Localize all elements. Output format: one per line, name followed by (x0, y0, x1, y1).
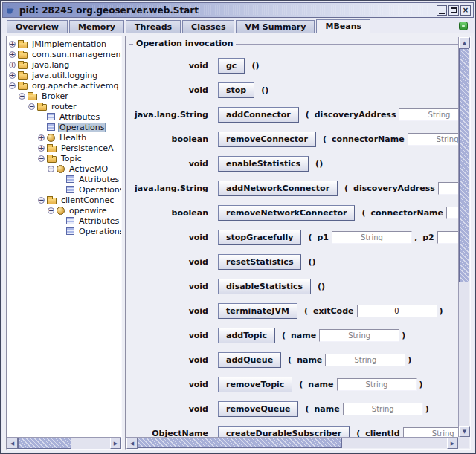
param-input-connectorName[interactable] (446, 207, 458, 219)
operation-button-addTopic[interactable]: addTopic (218, 328, 275, 343)
empty-parens-label: () (251, 61, 259, 71)
scroll-right-button[interactable]: ▶ (110, 438, 121, 449)
operation-button-stopGracefully[interactable]: stopGracefully (218, 230, 301, 245)
operation-button-addNetworkConnector[interactable]: addNetworkConnector (218, 181, 338, 196)
expand-toggle-icon[interactable]: + (9, 62, 16, 68)
tree-node-router[interactable]: −router (7, 101, 121, 111)
tree-node-operations[interactable]: Operations (7, 226, 121, 236)
operation-button-resetStatistics[interactable]: resetStatistics (218, 254, 301, 270)
scroll-left-button[interactable]: ◀ (7, 438, 18, 449)
return-type: void (132, 331, 208, 340)
expand-toggle-icon[interactable]: + (38, 134, 45, 141)
tree-node-health[interactable]: +Health (7, 132, 121, 143)
mbeans-tree-panel: +JMImplementation+com.sun.management+jav… (6, 36, 122, 450)
collapse-toggle-icon[interactable]: − (38, 155, 45, 162)
param-input-discoveryAddress[interactable] (438, 182, 458, 195)
operation-button-addConnector[interactable]: addConnector (218, 107, 299, 123)
tree-node-java-lang[interactable]: +java.lang (7, 59, 121, 70)
operation-button-removeConnector[interactable]: removeConnector (218, 132, 316, 147)
scroll-down-button[interactable]: ▼ (459, 426, 470, 437)
tab-memory[interactable]: Memory (69, 20, 124, 33)
param-name: p1 (317, 233, 329, 242)
operations-horizontal-scrollbar[interactable]: ◀ ▶ (126, 437, 458, 448)
tab-threads[interactable]: Threads (126, 20, 181, 33)
tree-node-java-util-logging[interactable]: +java.util.logging (7, 70, 121, 80)
scroll-up-button[interactable]: ▲ (459, 37, 470, 48)
operation-button-createDurableSubscriber[interactable]: createDurableSubscriber (218, 426, 350, 437)
expand-toggle-icon[interactable]: + (9, 51, 16, 58)
operation-row: voiddisableStatistics() (129, 274, 458, 299)
tree-horizontal-scrollbar[interactable]: ◀ ▶ (7, 437, 121, 449)
connection-status-icon[interactable] (459, 22, 468, 30)
expand-toggle-icon[interactable]: + (9, 41, 16, 48)
param-input-clientId[interactable] (403, 427, 458, 437)
tab-vm-summary[interactable]: VM Summary (236, 20, 315, 33)
tree-node-operations[interactable]: Operations (7, 184, 121, 195)
title-bar[interactable]: pid: 28245 org.geoserver.web.Start × (2, 2, 474, 18)
operation-button-enableStatistics[interactable]: enableStatistics (218, 156, 309, 172)
operation-button-gc[interactable]: gc (218, 58, 245, 74)
operation-row: voidresetStatistics() (129, 250, 458, 274)
operation-button-disableStatistics[interactable]: disableStatistics (218, 279, 311, 294)
tab-overview[interactable]: Overview (7, 20, 68, 33)
tree-node-org-apache-activemq[interactable]: −org.apache.activemq (7, 80, 121, 91)
tree-node-com-sun-management[interactable]: +com.sun.management (7, 49, 121, 59)
tree-node-persistencea[interactable]: +PersistenceA (7, 143, 121, 153)
scroll-right-button[interactable]: ▶ (447, 438, 458, 449)
scroll-left-button[interactable]: ◀ (126, 438, 138, 449)
parameter-list: () (315, 282, 327, 291)
param-input-name[interactable] (325, 354, 405, 366)
java-cup-icon (5, 5, 16, 16)
tree-hscroll-thumb[interactable] (18, 438, 71, 449)
param-input-p2[interactable] (437, 231, 458, 244)
tree-node-broker[interactable]: −Broker (7, 91, 121, 101)
tree-node-operations[interactable]: Operations (7, 122, 121, 132)
tree-node-jmimplementation[interactable]: +JMImplementation (7, 39, 121, 49)
tab-strip: OverviewMemoryThreadsClassesVM SummaryMB… (7, 19, 372, 33)
collapse-toggle-icon[interactable]: − (48, 207, 54, 214)
tree-node-activemq[interactable]: −ActiveMQ (7, 163, 121, 174)
maximize-button[interactable] (448, 5, 459, 16)
collapse-toggle-icon[interactable]: − (38, 197, 45, 204)
operation-button-removeTopic[interactable]: removeTopic (218, 377, 292, 392)
close-button[interactable]: × (460, 5, 471, 16)
ops-vscroll-track[interactable] (459, 48, 469, 426)
ops-vscroll-thumb[interactable] (459, 48, 469, 282)
tree-node-clientconnec[interactable]: −clientConnec (7, 195, 121, 205)
return-type: void (132, 404, 208, 414)
tree-hscroll-track[interactable] (18, 438, 110, 449)
return-type: void (132, 282, 208, 291)
collapse-toggle-icon[interactable]: − (28, 103, 35, 110)
expand-toggle-icon[interactable]: + (38, 145, 45, 152)
tree-node-topic[interactable]: −Topic (7, 153, 121, 163)
tree-node-attributes[interactable]: Attributes (7, 111, 121, 122)
tree-node-openwire[interactable]: −openwire (7, 205, 121, 215)
param-input-exitCode[interactable] (357, 305, 437, 317)
collapse-toggle-icon[interactable]: − (48, 166, 54, 172)
expand-toggle-icon[interactable]: + (9, 72, 16, 79)
close-icon: × (463, 6, 469, 14)
param-input-name[interactable] (343, 403, 423, 415)
param-input-p1[interactable] (332, 231, 412, 244)
operation-button-terminateJVM[interactable]: terminateJVM (218, 303, 298, 319)
minimize-button[interactable] (437, 5, 447, 16)
ops-hscroll-track[interactable] (138, 438, 447, 448)
parameter-list: () (313, 159, 325, 169)
param-input-name[interactable] (319, 329, 399, 342)
tree-node-attributes[interactable]: Attributes (7, 215, 121, 226)
tree-node-attributes[interactable]: Attributes (7, 174, 121, 184)
operations-vertical-scrollbar[interactable]: ▲ ▼ (458, 37, 469, 437)
param-input-discoveryAddress[interactable] (399, 108, 458, 121)
operation-button-removeQueue[interactable]: removeQueue (218, 401, 298, 417)
operation-button-addQueue[interactable]: addQueue (218, 352, 281, 368)
collapse-toggle-icon[interactable]: − (19, 93, 25, 100)
ops-hscroll-thumb[interactable] (138, 438, 342, 448)
open-paren-label: ( (356, 429, 360, 437)
collapse-toggle-icon[interactable]: − (9, 82, 16, 89)
operation-button-removeNetworkConnector[interactable]: removeNetworkConnector (218, 205, 355, 221)
tab-classes[interactable]: Classes (182, 20, 234, 33)
param-input-connectorName[interactable] (408, 133, 458, 146)
tab-mbeans[interactable]: MBeans (316, 19, 370, 33)
operation-button-stop[interactable]: stop (218, 82, 254, 98)
param-input-name[interactable] (337, 378, 417, 391)
